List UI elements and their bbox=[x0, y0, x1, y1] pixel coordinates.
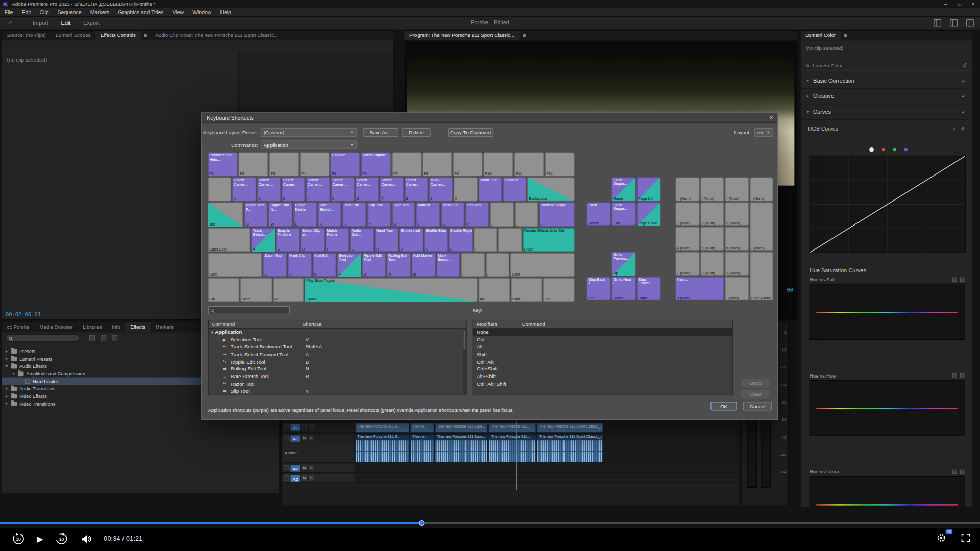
menu-markers[interactable]: Markers bbox=[86, 9, 114, 15]
play-button[interactable]: ▶ bbox=[37, 534, 43, 543]
modifier-row-alt[interactable]: Alt bbox=[473, 343, 732, 350]
modifier-row-ctrl-alt[interactable]: Ctrl+Alt bbox=[473, 358, 732, 365]
panel-tab-effects[interactable]: Effects bbox=[125, 322, 150, 333]
keyboard-key-num[interactable]: . (Num) bbox=[725, 277, 748, 300]
keyboard-key-[interactable]: ; bbox=[474, 228, 497, 252]
lumetri-section-basic-correction[interactable]: ▸Basic Correction✓ bbox=[801, 73, 972, 89]
cancel-button[interactable]: Cancel bbox=[743, 402, 772, 410]
keyboard-key-p[interactable]: Pen ToolP bbox=[465, 203, 489, 227]
keyboard-key-2-num[interactable]: 2 (Num) bbox=[700, 252, 724, 276]
keyboard-key-d[interactable]: Select Clip at...D bbox=[301, 228, 324, 252]
keyboard-key-alt[interactable]: Alt bbox=[479, 278, 510, 302]
layout-select[interactable]: en▼ bbox=[754, 128, 773, 137]
command-row-track-select-forward-tool[interactable]: ⇥Track Select Forward ToolA bbox=[209, 350, 466, 358]
lumetri-section-curves[interactable]: ▾Curves✓ bbox=[801, 104, 972, 120]
track-lock-icon[interactable] bbox=[284, 424, 289, 429]
keyboard-key-alt[interactable]: Alt bbox=[273, 278, 304, 302]
rgb-reset-icon[interactable]: ↺ bbox=[960, 126, 964, 132]
keyboard-key-s[interactable]: Snap in TimelineS bbox=[276, 228, 300, 252]
channel-dot-2[interactable] bbox=[893, 148, 896, 151]
minimize-button[interactable]: – bbox=[939, 1, 952, 7]
video-clip[interactable]: The new Porsche 911 Spor... bbox=[435, 423, 488, 432]
32bit-color-icon[interactable] bbox=[112, 335, 117, 340]
modifier-row-shift[interactable]: Shift bbox=[473, 350, 732, 358]
export-frame-icon[interactable] bbox=[950, 19, 958, 26]
disclosure-icon[interactable]: ▸ bbox=[807, 78, 813, 83]
keyboard-key-[interactable]: Zoom to Seque...\ bbox=[540, 203, 575, 227]
player-progress-knob[interactable] bbox=[419, 520, 425, 526]
command-row-ripple-edit-tool[interactable]: ⇆Ripple Edit ToolB bbox=[209, 358, 466, 365]
menu-window[interactable]: Window bbox=[188, 9, 216, 15]
track-lock-icon[interactable] bbox=[284, 475, 289, 481]
track-badge[interactable]: V1 bbox=[290, 424, 300, 430]
rgb-check-icon[interactable]: ✓ bbox=[952, 126, 957, 132]
keyboard-key-f2[interactable]: F2 bbox=[239, 153, 268, 177]
keyboard-key-y[interactable]: Slip ToolY bbox=[368, 203, 391, 227]
new-preset-bin-icon[interactable] bbox=[89, 335, 95, 340]
solo-button[interactable]: S bbox=[309, 435, 314, 440]
keyboard-key-[interactable]: [ bbox=[490, 203, 513, 227]
command-row-razor-tool[interactable]: ✂Razor Tool bbox=[209, 380, 466, 387]
command-row-rate-stretch-tool[interactable]: ↔Rate Stretch ToolR bbox=[209, 373, 466, 380]
disclosure-icon[interactable]: ▸ bbox=[807, 94, 813, 99]
track-badge[interactable]: A3 bbox=[290, 475, 300, 482]
hue-curve-area[interactable] bbox=[810, 284, 965, 340]
video-clip[interactable]: The ne... bbox=[411, 423, 435, 432]
keyboard-key-r[interactable]: Rate Stretch...R bbox=[318, 203, 341, 227]
panel-menu-icon[interactable]: ≡ bbox=[520, 31, 529, 41]
keyboard-key-l[interactable]: Shuttle RightL bbox=[449, 228, 472, 252]
keyboard-key-u[interactable]: Slide ToolU bbox=[392, 203, 415, 227]
menu-edit[interactable]: Edit bbox=[17, 9, 35, 15]
eyedropper-icon[interactable] bbox=[952, 470, 957, 474]
disclosure-icon[interactable]: ▾ bbox=[807, 109, 813, 114]
keyboard-key-shift[interactable]: Shift bbox=[511, 253, 574, 277]
keyboard-key-b[interactable]: Ripple Edit ToolB bbox=[362, 253, 386, 277]
rgb-curves-row[interactable]: RGB Curves ✓ ↺ bbox=[801, 122, 972, 135]
track-lane-a3[interactable] bbox=[356, 474, 740, 483]
undo-button[interactable]: Undo bbox=[742, 379, 769, 387]
keyboard-key-5-num[interactable]: 5 (Num) bbox=[700, 227, 724, 251]
track-lock-icon[interactable] bbox=[284, 465, 289, 470]
keyboard-key-3-num[interactable]: 3 (Num) bbox=[725, 252, 748, 276]
channel-dot-0[interactable] bbox=[869, 147, 874, 152]
keyboard-key-[interactable]: ' bbox=[498, 228, 522, 252]
keyboard-key-i[interactable]: Mark InI bbox=[416, 203, 440, 227]
keyboard-key-page-down[interactable]: Page Down bbox=[637, 202, 661, 226]
command-row-slide-tool[interactable]: ⇌Slide Tool bbox=[209, 395, 466, 395]
menu-help[interactable]: Help bbox=[216, 9, 236, 15]
track-lane-a2[interactable] bbox=[356, 464, 740, 473]
keyboard-key-enter[interactable]: Render Effects In to OutEnter bbox=[523, 228, 574, 252]
keyboard-key-9[interactable]: Multi-Camer...9 bbox=[429, 178, 453, 202]
track-header-a3[interactable]: A3MS bbox=[282, 474, 354, 483]
keyboard-key-0[interactable]: 0 bbox=[454, 178, 477, 202]
keyboard-key-5[interactable]: Select Camer...5 bbox=[331, 178, 355, 202]
disclosure-icon[interactable]: ▸ bbox=[6, 348, 11, 354]
keyboard-key-7[interactable]: Select Camer...7 bbox=[380, 178, 404, 202]
track-sync-icon[interactable] bbox=[309, 424, 314, 429]
keyboard-key-ctrl[interactable]: Ctrl bbox=[208, 278, 239, 302]
keyboard-key-4[interactable]: Select Camer...4 bbox=[306, 178, 330, 202]
shortcut-search-field[interactable] bbox=[208, 306, 290, 314]
keyboard-key-f12[interactable]: F12 bbox=[545, 153, 575, 177]
player-progress-bar[interactable] bbox=[0, 522, 980, 524]
keyboard-key-num[interactable]: / (Num) bbox=[700, 178, 724, 201]
keyboard-key-right[interactable]: Step Forwar...Right bbox=[637, 277, 661, 300]
track-header-v1[interactable]: V1 bbox=[282, 423, 354, 433]
panel-tab-ct-porshe[interactable]: ct: Porshe bbox=[2, 322, 35, 333]
disclosure-icon[interactable]: ▾ bbox=[12, 371, 18, 376]
keyboard-key-start[interactable]: Start bbox=[240, 278, 272, 302]
mute-button[interactable]: M bbox=[302, 475, 307, 481]
volume-icon[interactable] bbox=[80, 533, 92, 544]
disclosure-icon[interactable]: ▸ bbox=[6, 386, 11, 391]
keyboard-key-[interactable]: ] bbox=[515, 203, 538, 227]
delete-button[interactable]: Delete bbox=[402, 128, 430, 137]
keyboard-key-f10[interactable]: F10 bbox=[484, 153, 513, 177]
keyboard-key-6-num[interactable]: 6 (Num) bbox=[725, 227, 748, 251]
keyboard-key-start[interactable]: Start bbox=[511, 278, 542, 302]
keyboard-key-f11[interactable]: F11 bbox=[514, 153, 544, 177]
audio-clip[interactable]: The ne... bbox=[411, 434, 435, 462]
keyboard-key-j[interactable]: Shuttle LeftJ bbox=[400, 228, 423, 252]
clear-button[interactable]: Clear bbox=[742, 390, 769, 398]
channel-dot-3[interactable] bbox=[904, 148, 908, 151]
menu-clip[interactable]: Clip bbox=[35, 9, 53, 15]
